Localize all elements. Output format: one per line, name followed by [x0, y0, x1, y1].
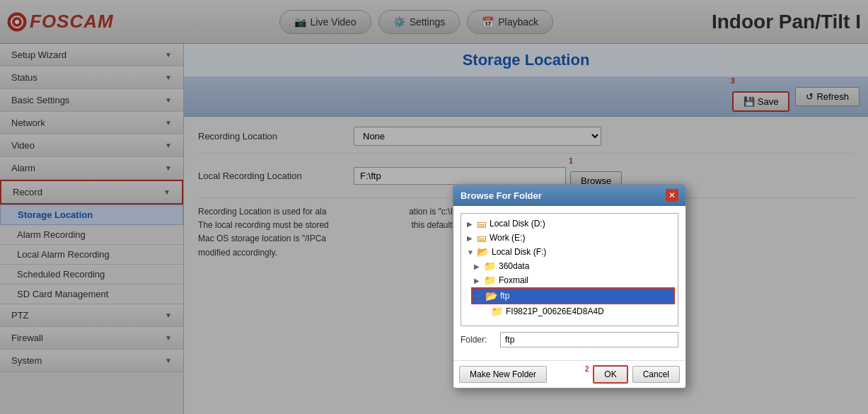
tree-item-fi9821p[interactable]: 📁 FI9821P_00626E4D8A4D	[478, 304, 675, 318]
dialog-title: Browse For Folder	[461, 190, 542, 201]
tree-item-label: Foxmail	[499, 275, 528, 285]
tree-item-foxmail[interactable]: ▶ 📁 Foxmail	[471, 273, 675, 287]
dialog-body: ▶ 🖴 Local Disk (D:) ▶ 🖴 Work (E:) ▼ 📂 Lo…	[453, 206, 685, 360]
dialog-title-bar: Browse For Folder ✕	[453, 185, 685, 206]
tree-arrow-icon: ▶	[467, 234, 474, 242]
folder-icon: 📁	[484, 260, 496, 272]
tree-arrow-icon: ▶	[467, 220, 474, 228]
folder-label-row: Folder:	[461, 332, 678, 347]
tree-item-label: FI9821P_00626E4D8A4D	[506, 306, 604, 316]
tree-item-360data[interactable]: ▶ 📁 360data	[471, 259, 675, 273]
folder-label-text: Folder:	[461, 335, 496, 345]
ok-button-label: OK	[604, 369, 616, 379]
tree-item-label: Local Disk (F:)	[492, 247, 546, 257]
ok-button[interactable]: OK	[593, 365, 627, 384]
folder-icon: 📁	[484, 275, 496, 286]
folder-icon: 📂	[477, 246, 489, 258]
make-new-folder-button[interactable]: Make New Folder	[459, 366, 547, 383]
ok-num-label: 2	[585, 365, 589, 373]
browse-folder-dialog: Browse For Folder ✕ ▶ 🖴 Local Disk (D:) …	[453, 184, 686, 389]
tree-item-local-f[interactable]: ▼ 📂 Local Disk (F:)	[464, 245, 675, 259]
folder-icon: 📁	[491, 306, 503, 317]
cancel-button[interactable]: Cancel	[632, 366, 680, 383]
folder-tree[interactable]: ▶ 🖴 Local Disk (D:) ▶ 🖴 Work (E:) ▼ 📂 Lo…	[461, 213, 678, 326]
folder-icon: 📂	[485, 290, 497, 301]
tree-item-ftp[interactable]: ▼ 📂 ftp	[471, 287, 675, 304]
dialog-overlay: Browse For Folder ✕ ▶ 🖴 Local Disk (D:) …	[0, 0, 868, 414]
tree-item-label: Work (E:)	[490, 233, 525, 243]
tree-item-work-e[interactable]: ▶ 🖴 Work (E:)	[464, 231, 675, 245]
cancel-button-label: Cancel	[643, 369, 669, 379]
dialog-buttons: Make New Folder 2 OK Cancel	[453, 360, 685, 388]
tree-item-label: ftp	[500, 291, 509, 301]
folder-icon: 🖴	[477, 218, 487, 229]
tree-arrow-icon: ▼	[467, 248, 474, 256]
tree-arrow-icon: ▶	[474, 277, 481, 284]
tree-arrow-icon: ▼	[475, 292, 482, 300]
folder-icon: 🖴	[477, 232, 487, 243]
ok-cancel-group: 2 OK Cancel	[586, 365, 680, 384]
tree-item-label: 360data	[499, 261, 529, 271]
ok-button-wrapper: 2 OK	[586, 365, 628, 384]
make-new-folder-label: Make New Folder	[470, 369, 536, 379]
tree-arrow-icon: ▶	[474, 263, 481, 270]
folder-input[interactable]	[500, 332, 678, 347]
tree-item-local-d[interactable]: ▶ 🖴 Local Disk (D:)	[464, 217, 675, 231]
tree-item-label: Local Disk (D:)	[490, 219, 545, 229]
dialog-close-button[interactable]: ✕	[666, 189, 678, 202]
